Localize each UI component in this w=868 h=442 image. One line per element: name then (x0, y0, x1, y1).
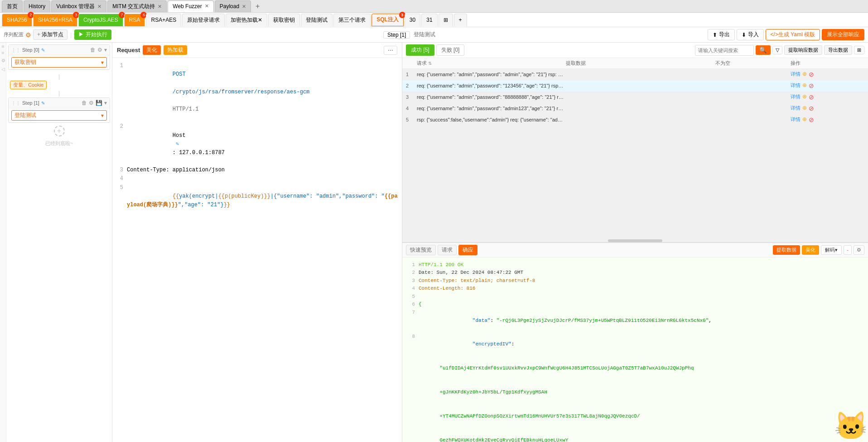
code-line-2: 2 Host ✎ : 127.0.0.1:8787 (114, 122, 400, 166)
remove-icon-2[interactable]: ⊘ (809, 82, 814, 89)
close-tab-payload[interactable]: ✕ (242, 4, 246, 10)
code-line-5: 5 {{yak(encrypt|{{p(publicKey)}}|{"usern… (114, 184, 400, 219)
tab-success[interactable]: 成功 [5] (406, 44, 434, 56)
tab-vulinbox[interactable]: Vulinbox 管理器 ✕ (51, 0, 106, 12)
tab-fail[interactable]: 失败 [0] (436, 44, 465, 56)
step0-expand-icon[interactable]: ▾ (104, 47, 107, 53)
crypto-tab-sha256rsa[interactable]: SHA256+RSA 3 (33, 14, 77, 26)
crypto-tab-third[interactable]: 第三个请求 (333, 14, 371, 26)
crypto-tab-sha256[interactable]: SHA256 2 (2, 14, 32, 26)
add-node-button[interactable]: + 添加节点 (33, 29, 68, 40)
sidebar: ≡ ≡ ⚙ ◁ ⋮⋮ Step [0] ✎ 🗑 ⚙ ▾ (0, 43, 112, 442)
table-scrollbar[interactable] (402, 238, 868, 242)
remove-icon-3[interactable]: ⊘ (809, 93, 814, 101)
tab-home-label: 首页 (7, 3, 18, 10)
sequence-config-icon[interactable]: ⚙ (25, 31, 31, 39)
crypto-tab-login[interactable]: 登陆测试 (301, 14, 333, 26)
tab-payload[interactable]: Payload ✕ (215, 0, 251, 12)
expand-button[interactable]: ⋯ (384, 46, 397, 55)
crypto-tab-original[interactable]: 原始登录请求 (182, 14, 225, 26)
detail-link-3[interactable]: 详情 (791, 93, 800, 101)
crypto-tab-rsa[interactable]: RSA 6 (124, 14, 145, 26)
tab-webfuzzer[interactable]: Web Fuzzer ✕ (168, 0, 213, 12)
close-tab-webfuzzer[interactable]: ✕ (205, 3, 209, 9)
table-row[interactable]: 5 rsp: {"success":false,"username":"admi… (402, 114, 868, 126)
step0-settings-icon[interactable]: ⚙ (97, 47, 102, 53)
crypto-tab-hotload[interactable]: 加密热加载 ✕ (226, 14, 267, 26)
remove-icon-4[interactable]: ⊘ (809, 105, 814, 112)
crypto-tab-rsaaes[interactable]: RSA+AES (146, 14, 181, 26)
detail-link-1[interactable]: 详情 (791, 71, 800, 78)
step1-settings-icon[interactable]: ⚙ (89, 100, 94, 106)
code-line-3: 3 Content-Type: application/json (114, 166, 400, 175)
add-browser-tab[interactable]: + (252, 2, 263, 10)
bottom-tab-request[interactable]: 请求 (438, 245, 457, 255)
close-tab-vulinbox[interactable]: ✕ (97, 4, 101, 10)
crypto-tab-grid[interactable]: ⊞ (439, 14, 453, 26)
detail-link-5[interactable]: 详情 (791, 116, 800, 123)
tab-home[interactable]: 首页 (2, 0, 23, 12)
step0-edit-icon[interactable]: ✎ (41, 48, 45, 53)
remove-icon-1[interactable]: ⊘ (809, 71, 814, 78)
detail-link-2[interactable]: 详情 (791, 82, 800, 89)
crypto-tab-getkey[interactable]: 获取密钥 (268, 14, 300, 26)
table-header: 请求 ⇅ 提取数据 不为空 操作 (402, 58, 868, 69)
sort-icon[interactable]: ⇅ (428, 61, 432, 66)
step0-delete-icon[interactable]: 🗑 (90, 47, 96, 53)
close-hotload[interactable]: ✕ (258, 17, 262, 23)
bottom-tab-preview[interactable]: 快速预览 (406, 245, 436, 255)
minus-btn[interactable]: - (844, 245, 852, 255)
import-button[interactable]: ⬇ 导入 (737, 29, 764, 40)
pin-icon-3[interactable]: ⊕ (802, 93, 807, 101)
decode-btn[interactable]: 解码▾ (821, 245, 842, 255)
close-tab-mitm[interactable]: ✕ (158, 4, 162, 10)
table-row[interactable]: 3 req: {"username": "admin","password": … (402, 92, 868, 103)
extract-data-button[interactable]: 提取响应数据 (784, 45, 822, 55)
show-all-button[interactable]: 展示全部响应 (822, 29, 864, 40)
table-row[interactable]: 2 req: {"username": "admin","password": … (402, 80, 868, 92)
search-button[interactable]: 🔍 (756, 45, 771, 55)
crypto-tab-30[interactable]: 30 (405, 14, 420, 26)
add-step-circle[interactable]: + (54, 126, 65, 136)
export-data-button[interactable]: 导出数据 (824, 45, 852, 55)
tab-history[interactable]: History (24, 0, 50, 12)
hotsend-button[interactable]: 热加载 (164, 45, 187, 55)
response-tabs: 成功 [5] 失败 [0] 🔍 ▽ 提取响应数据 (402, 43, 868, 58)
table-row[interactable]: 1 req: {"username": "admin","password": … (402, 69, 868, 80)
step1-node[interactable]: 登陆测试 ▾ (11, 110, 107, 121)
response-pane: 成功 [5] 失败 [0] 🔍 ▽ 提取响应数据 (402, 43, 868, 442)
detail-link-4[interactable]: 详情 (791, 105, 800, 112)
filter-button[interactable]: ▽ (772, 46, 782, 54)
step1-edit-icon[interactable]: ✎ (41, 101, 45, 106)
extract-data-btn[interactable]: 提取数据 (773, 245, 800, 255)
tab-mitm-label: MITM 交互式劫持 (112, 3, 155, 10)
tab-mitm[interactable]: MITM 交互式劫持 ✕ (107, 0, 167, 12)
crypto-tab-31[interactable]: 31 (421, 14, 437, 26)
pin-icon-4[interactable]: ⊕ (802, 105, 807, 112)
crypto-tab-cryptoaes[interactable]: CryptoJS.AES 7 (78, 14, 123, 26)
response-code-area: 1 HTTP/1.1 200 OK 2 Date: Sun, 22 Dec 20… (402, 257, 868, 442)
start-execute-button[interactable]: ▶ 开始执行 (74, 29, 111, 40)
beautify-resp-btn[interactable]: 美化 (802, 245, 819, 255)
step1-save-icon[interactable]: 💾 (96, 100, 102, 106)
step1-delete-icon[interactable]: 🗑 (82, 100, 87, 106)
search-input[interactable] (695, 45, 754, 56)
crypto-tab-add[interactable]: + (454, 14, 467, 26)
tab30-label: 30 (410, 17, 415, 23)
step1-expand-icon[interactable]: ▾ (104, 100, 107, 106)
generate-yaml-button[interactable]: </>生成 Yaml 模版 (766, 29, 820, 40)
pin-icon-1[interactable]: ⊕ (802, 71, 807, 78)
grid-icon-button[interactable]: ⊞ (854, 46, 864, 54)
table-row[interactable]: 4 req: {"username": "admin","password": … (402, 103, 868, 114)
host-edit-icon[interactable]: ✎ (173, 141, 183, 147)
pin-icon-2[interactable]: ⊕ (802, 82, 807, 89)
bottom-tab-response[interactable]: 确应 (458, 245, 477, 255)
pin-icon-5[interactable]: ⊕ (802, 116, 807, 123)
remove-icon-5[interactable]: ⊘ (809, 116, 814, 123)
step0-node[interactable]: 获取密钥 ▾ (11, 57, 107, 68)
beautify-button[interactable]: 美化 (143, 45, 161, 55)
step-desc-nav: 登陆测试 (414, 31, 435, 39)
crypto-tab-sql[interactable]: SQL注入 3 (371, 14, 404, 26)
settings-btn[interactable]: ⚙ (854, 245, 864, 255)
export-button[interactable]: ⬆ 导出 (708, 29, 735, 40)
